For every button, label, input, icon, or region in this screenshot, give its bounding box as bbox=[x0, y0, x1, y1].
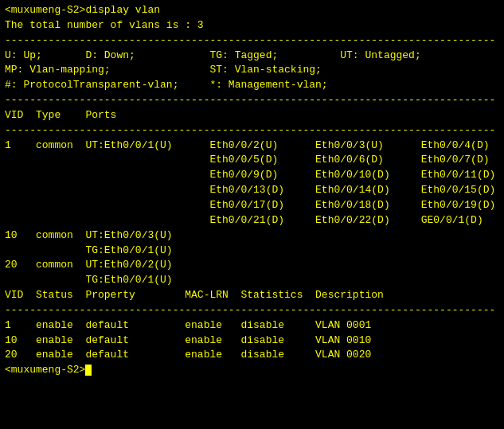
terminal-cursor bbox=[85, 365, 92, 376]
terminal-line: VID Status Property MAC-LRN Statistics D… bbox=[5, 288, 499, 303]
terminal-line: TG:Eth0/0/1(U) bbox=[5, 273, 499, 288]
terminal-line: <muxumeng-S2>display vlan bbox=[5, 3, 499, 18]
terminal-line: ----------------------------------------… bbox=[5, 303, 499, 318]
terminal-line: MP: Vlan-mapping; ST: Vlan-stacking; bbox=[5, 63, 499, 78]
terminal-line: The total number of vlans is : 3 bbox=[5, 18, 499, 33]
terminal-line: 10 enable default enable disable VLAN 00… bbox=[5, 333, 499, 349]
terminal-line: Eth0/0/17(D) Eth0/0/18(D) Eth0/0/19(D) E… bbox=[5, 198, 499, 213]
terminal-line: Eth0/0/13(D) Eth0/0/14(D) Eth0/0/15(D) E… bbox=[5, 183, 499, 198]
terminal-line: 20 common UT:Eth0/0/2(U) bbox=[5, 258, 499, 273]
terminal-line: Eth0/0/21(D) Eth0/0/22(D) GE0/0/1(D) GE0… bbox=[5, 213, 499, 228]
terminal-line: Eth0/0/9(D) Eth0/0/10(D) Eth0/0/11(D) Et… bbox=[5, 168, 499, 183]
terminal-line: TG:Eth0/0/1(U) bbox=[5, 244, 499, 259]
terminal-line: 10 common UT:Eth0/0/3(U) bbox=[5, 228, 499, 244]
terminal-line: VID Type Ports bbox=[5, 108, 499, 123]
terminal-line: ----------------------------------------… bbox=[5, 93, 499, 108]
terminal-line: #: ProtocolTransparent-vlan; *: Manageme… bbox=[5, 78, 499, 93]
terminal-line: <muxumeng-S2> bbox=[5, 363, 499, 378]
terminal-line: 20 enable default enable disable VLAN 00… bbox=[5, 348, 499, 363]
terminal-line: ----------------------------------------… bbox=[5, 33, 499, 49]
terminal-line: Eth0/0/5(D) Eth0/0/6(D) Eth0/0/7(D) Eth0… bbox=[5, 153, 499, 168]
terminal-line: ----------------------------------------… bbox=[5, 123, 499, 138]
terminal-line: 1 enable default enable disable VLAN 000… bbox=[5, 318, 499, 333]
terminal-line: U: Up; D: Down; TG: Tagged; UT: Untagged… bbox=[5, 49, 499, 64]
terminal-line: 1 common UT:Eth0/0/1(U) Eth0/0/2(U) Eth0… bbox=[5, 138, 499, 154]
terminal-window[interactable]: <muxumeng-S2>display vlanThe total numbe… bbox=[0, 0, 504, 429]
